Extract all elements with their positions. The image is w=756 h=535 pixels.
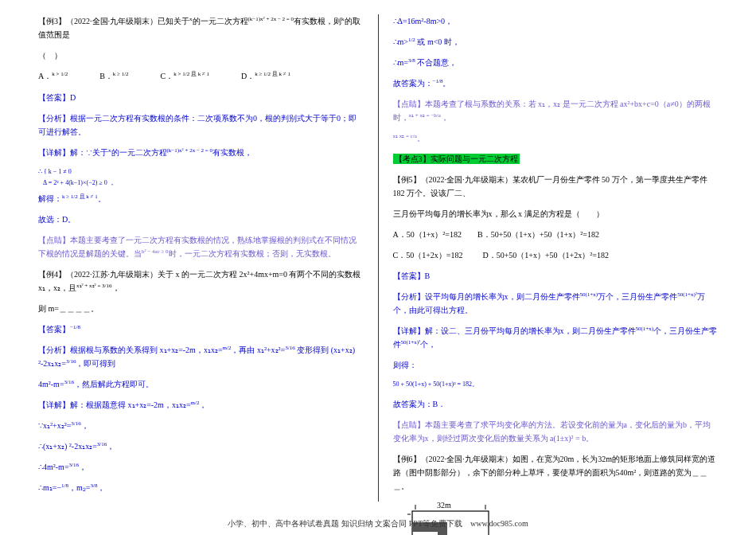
- left-column: 【例3】（2022·全国·九年级期末）已知关于x的一元二次方程(k−1)x² +…: [32, 14, 379, 502]
- det5-a: 解：设二、三月份平均每月的增长率为x，则二月份生产零件: [425, 326, 636, 335]
- ex3-point: 【点睛】本题主要考查了一元二次方程有实数根的情况，熟练地掌握根的判别式在不同情况…: [38, 233, 364, 260]
- eq5: 50 + 50(1+x) + 50(1+x)² = 182。: [393, 379, 719, 390]
- det5-f: 则得：: [393, 358, 719, 372]
- ex4-analysis: 【分析】根据根与系数的关系得到 x₁+x₂=-2m，x₁x₂=m/2，再由 x₁…: [38, 343, 364, 370]
- ana4-i: 3/16: [64, 379, 74, 385]
- ex3-tail: 有实数根，则: [294, 17, 341, 25]
- example4-line2: 则 m=＿＿＿＿。: [38, 302, 364, 315]
- ana5-a: 设平均每月的增长率为x，则二月份生产零件: [425, 292, 580, 301]
- ans4-lbl: 【答案】: [38, 325, 70, 334]
- pt4-e: 。: [417, 134, 425, 143]
- r2: ∴m>1/2 或 m<0 时，: [393, 35, 719, 49]
- ana5-c: 万个，三月份生产零件: [598, 292, 677, 301]
- pt3-b: b² − 4ac ≥ 0: [142, 248, 169, 255]
- pt5-lbl: 【点睛】: [393, 420, 425, 429]
- pt5-text: 本题主要考查了求平均变化率的方法。若设变化前的量为a，变化后的量为b，平均变化率…: [393, 420, 711, 443]
- ana4-a: 根据根与系数的关系得到 x₁+x₂=-2m，x₁x₂=: [70, 346, 223, 354]
- ana5-lbl: 【分析】: [393, 292, 425, 301]
- pt3-lbl: 【点睛】: [38, 236, 70, 244]
- pt5: 【点睛】本题主要考查了求平均变化率的方法。若设变化前的量为a，变化后的量为b，平…: [393, 418, 719, 445]
- ex4-comma: ，: [112, 283, 120, 292]
- paren-open: （: [38, 51, 46, 60]
- det4-c: ，: [199, 400, 207, 409]
- ex5-choices-row1: A．50（1+x）²=182 B．50+50（1+x）+50（1+x）²=182: [393, 228, 719, 241]
- pt4-line2: x₁ x₂ = c/a。: [393, 131, 719, 145]
- sys1: k − 1 ≠ 0: [49, 168, 72, 175]
- pt4-c: ，: [441, 113, 449, 122]
- pick5: 故答案为：B．: [393, 397, 719, 411]
- solve3: 解得：k ≥ 1/2 且 k ≠ 1。: [38, 192, 364, 205]
- pt4-d: x₁ x₂ = c/a: [393, 133, 417, 139]
- pt3-c: 时，一元二次方程有实数根；否则，无实数根。: [169, 249, 336, 258]
- example4-line1: 【例4】（2022·江苏·九年级期末）关于 x 的一元二次方程 2x²+4mx+…: [38, 268, 364, 295]
- ex3-choices: A．k > 1/2 B．k ≥ 1/2 C．k > 1/2 且 k ≠ 1 D．…: [38, 69, 364, 83]
- right-column: ∴Δ=16m²-8m>0， ∴m>1/2 或 m<0 时， ∴m=3/8 不合题…: [379, 14, 725, 502]
- page-container: 【例3】（2022·全国·九年级期末）已知关于x的一元二次方程(k−1)x² +…: [0, 0, 756, 510]
- ex3-answer: 【答案】D: [38, 91, 364, 104]
- ex5-choices-row2: C．50（1+2x）=182 D．50+50（1+x）+50（1+2x）²=18…: [393, 248, 719, 262]
- choice-d: D．k ≥ 1/2 且 k ≠ 1: [241, 69, 290, 83]
- det5-e: 个，: [420, 340, 436, 349]
- ex3-analysis: 【分析】根据一元二次方程有实数根的条件：二次项系数不为0，根的判别式大于等于0；…: [38, 111, 364, 139]
- topic3-label: 【考点3】实际问题与一元二次方程: [393, 154, 520, 164]
- ex4-analysis2: 4m²-m=3/16，然后解此方程即可。: [38, 377, 364, 391]
- ana5-b: 50(1+x): [580, 291, 598, 298]
- r3: ∴m=3/8 不合题意，: [393, 56, 719, 69]
- step-c: ∴4m²-m=3/16，: [38, 460, 364, 474]
- sol3-p: 。: [98, 194, 106, 203]
- det4-b: m/2: [191, 400, 200, 406]
- system-line: ∴ { k − 1 ≠ 0 Δ = 2² + 4(k−1)×(−2) ≥ 0 ，: [38, 166, 364, 188]
- c5c: C．50（1+2x）=182: [393, 251, 463, 260]
- ana4-h: 4m²-m=: [38, 380, 64, 389]
- ana4-lbl: 【分析】: [38, 346, 70, 354]
- pt4: 【点睛】本题考查了根与系数的关系：若 x₁，x₂ 是一元二次方程 ax²+bx+…: [393, 97, 719, 124]
- example3-line1: 【例3】（2022·全国·九年级期末）已知关于x的一元二次方程(k−1)x² +…: [38, 14, 364, 41]
- ana4-c: ，再由 x₁²+x₂²=: [231, 346, 285, 354]
- topic3: 【考点3】实际问题与一元二次方程: [393, 152, 719, 166]
- ana5-d: 50(1+x)²: [677, 291, 697, 298]
- det3-eq: (k−1)x² + 2x − 2 = 0: [167, 147, 213, 154]
- ana3-lbl: 【分析】: [38, 114, 70, 123]
- c5d: D．50+50（1+x）+50（1+2x）²=182: [482, 251, 608, 260]
- sys2: Δ = 2² + 4(k−1)×(−2) ≥ 0: [43, 179, 107, 186]
- c5b: B．50+50（1+x）+50（1+x）²=182: [477, 230, 599, 239]
- diag-width-label: 32m: [437, 501, 451, 510]
- sol3-eq: k ≥ 1/2 且 k ≠ 1: [62, 193, 98, 200]
- ana4-j: ，然后解此方程即可。: [74, 380, 154, 389]
- choice-a: A．k > 1/2: [38, 69, 68, 83]
- ex5-detail: 【详解】解：设二、三月份平均每月的增长率为x，则二月份生产零件50(1+x)个，…: [393, 324, 719, 351]
- ex3-head: 【例3】（2022·全国·九年级期末）已知关于: [38, 17, 189, 25]
- pt4-lbl: 【点睛】: [393, 100, 425, 108]
- sol3-lbl: 解得：: [38, 194, 62, 203]
- pt4-b: x₁ + x₂ = −b/a: [409, 112, 441, 119]
- det4-lbl: 【详解】: [38, 400, 70, 409]
- ex5-answer: 【答案】B: [393, 269, 719, 283]
- ex3-eq: (k−1)x² + 2x − 2 = 0: [248, 16, 294, 22]
- step-d: ∴m₁=−1/8，m₂=3/8，: [38, 481, 364, 494]
- ana4-d: 3/16: [285, 345, 294, 351]
- det3-b: 的一元二次方程: [111, 148, 167, 157]
- ex6-line1: 【例6】（2022·全国·九年级期末）如图，在宽为20m，长为32m的矩形地面上…: [393, 452, 719, 493]
- det3-c: 有实数根，: [212, 148, 252, 157]
- ex5-line2: 三月份平均每月的增长率为x，那么 x 满足的方程是（ ）: [393, 207, 719, 221]
- ex4-detail: 【详解】解：根据题意得 x₁+x₂=-2m，x₁x₂=m/2，: [38, 398, 364, 412]
- ex5-line1: 【例5】（2022·全国·九年级期末）某农机厂一月份生产零件 50 万个，第一季…: [393, 173, 719, 200]
- ans4-val: −1/8: [70, 324, 80, 330]
- ex3-mid: 的一元二次方程: [193, 17, 248, 25]
- det5-lbl: 【详解】: [393, 326, 425, 335]
- det3-a: 解：∵关于: [70, 148, 108, 157]
- paren-row: （ ）: [38, 49, 364, 62]
- ana4-f: 3/16: [66, 358, 76, 365]
- r1: ∴Δ=16m²-8m>0，: [393, 14, 719, 28]
- det5-d: 50(1+x)²: [401, 339, 421, 346]
- step-b: ∴(x₁+x₂) ²-2x₁x₂=3/16，: [38, 439, 364, 453]
- paren-close: ）: [54, 51, 62, 60]
- choice-c: C．k > 1/2 且 k ≠ 1: [161, 69, 209, 83]
- ex4-answer: 【答案】−1/8: [38, 322, 364, 336]
- pick3: 故选：D。: [38, 213, 364, 226]
- choice-b: B．k ≥ 1/2: [99, 69, 128, 83]
- ex5-analysis: 【分析】设平均每月的增长率为x，则二月份生产零件50(1+x)万个，三月份生产零…: [393, 290, 719, 317]
- det5-b: 50(1+x): [636, 326, 654, 332]
- ex3-detail: 【详解】解：∵关于x的一元二次方程(k−1)x² + 2x − 2 = 0有实数…: [38, 146, 364, 159]
- step-a: ∵x₁²+x₂²=3/16，: [38, 419, 364, 432]
